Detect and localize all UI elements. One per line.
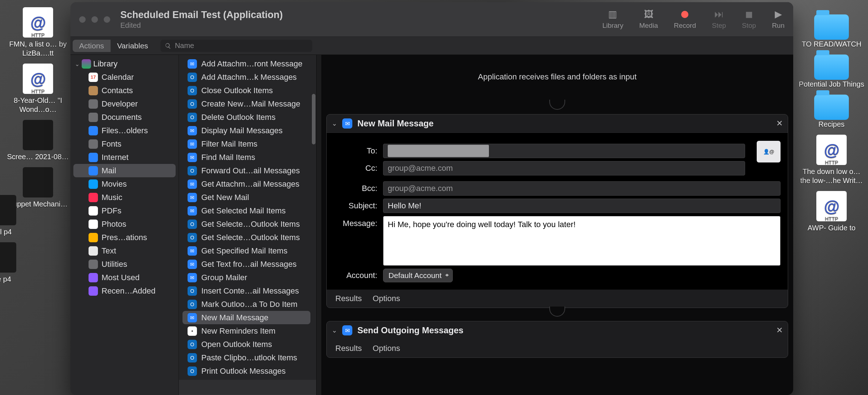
action-item[interactable]: OOpen Outlook Items (182, 338, 310, 351)
library-item-developer[interactable]: Developer (73, 97, 176, 110)
action-item[interactable]: ✉Get Attachm…ail Messages (182, 177, 310, 191)
action-item[interactable]: ✉Find Mail Items (182, 151, 310, 164)
library-item-movies[interactable]: Movies (73, 177, 176, 191)
to-field[interactable] (383, 144, 745, 158)
action-item[interactable]: OGet Selecte…Outlook Items (182, 217, 310, 231)
action-item[interactable]: OGet Selecte…Outlook Items (182, 231, 310, 244)
remove-action-icon[interactable]: ✕ (776, 119, 783, 128)
library-item-mail[interactable]: Mail (73, 164, 176, 177)
action-item[interactable]: OCreate New…Mail Message (182, 97, 310, 110)
workflow-canvas[interactable]: Application receives files and folders a… (321, 55, 793, 395)
action-item[interactable]: ✉Display Mail Messages (182, 124, 310, 137)
tab-variables[interactable]: Variables (111, 40, 155, 52)
close-window-icon[interactable] (79, 16, 86, 23)
message-field[interactable] (383, 216, 781, 266)
desktop-item[interactable]: ute p4 (0, 242, 28, 284)
window-subtitle: Edited (120, 21, 283, 30)
toolbar-media[interactable]: 🖼 Media (639, 9, 658, 30)
dev-icon (89, 99, 98, 109)
library-item-music[interactable]: Music (73, 191, 176, 204)
action-item[interactable]: OPaste Clipbo…utlook Items (182, 351, 310, 364)
action-search-input[interactable] (175, 42, 308, 50)
toolbar-step[interactable]: ⏭ Step (712, 9, 726, 30)
library-item-fonts[interactable]: Fonts (73, 137, 176, 151)
results-button[interactable]: Results (335, 294, 362, 303)
library-item-library[interactable]: ⌄Library (73, 57, 176, 70)
bcc-label: Bcc: (334, 184, 377, 193)
action-item[interactable]: ✉Get Specified Mail Items (182, 244, 310, 257)
zoom-window-icon[interactable] (104, 16, 110, 23)
desktop-item[interactable]: stol p4 (0, 195, 28, 236)
action-item[interactable]: OForward Out…ail Messages (182, 164, 310, 177)
window-controls[interactable] (79, 16, 110, 23)
action-item[interactable]: ✉Get Text fro…ail Messages (182, 257, 310, 271)
recipient-token[interactable] (388, 145, 489, 157)
library-item-utilities[interactable]: Utilities (73, 257, 176, 271)
remove-action-icon[interactable]: ✕ (776, 326, 783, 335)
library-item-photos[interactable]: Photos (73, 217, 176, 231)
action-item-label: Mark Outloo…a To Do Item (201, 300, 297, 309)
bcc-field[interactable] (383, 181, 781, 196)
action-item[interactable]: ✉Get Selected Mail Items (182, 204, 310, 217)
library-sidebar[interactable]: ⌄Library17CalendarContactsDeveloperDocum… (70, 55, 179, 395)
pane-divider[interactable] (316, 55, 321, 395)
library-item-contacts[interactable]: Contacts (73, 84, 176, 97)
library-item-text[interactable]: Text (73, 244, 176, 257)
action-item[interactable]: ✉New Mail Message (182, 311, 310, 324)
options-button[interactable]: Options (373, 344, 400, 353)
library-item-files-olders[interactable]: Files…olders (73, 124, 176, 137)
account-select[interactable]: Default Account (383, 269, 453, 282)
minimize-window-icon[interactable] (91, 16, 98, 23)
library-item-label: PDFs (102, 206, 121, 216)
scrollbar-thumb[interactable] (312, 94, 315, 144)
cc-field[interactable] (383, 161, 745, 175)
action-card-new-mail: ⌄ ✉ New Mail Message ✕ To: Cc: (326, 114, 788, 308)
action-item[interactable]: ✉Filter Mail Items (182, 137, 310, 151)
action-item[interactable]: OClose Outlook Items (182, 84, 310, 97)
options-button[interactable]: Options (373, 294, 400, 303)
pdf-icon (89, 206, 98, 216)
toolbar-record[interactable]: Record (674, 9, 696, 30)
toolbar-run[interactable]: ▶ Run (772, 9, 785, 30)
action-item[interactable]: ODelete Outlook Items (182, 110, 310, 124)
desktop-item[interactable]: Potential Job Things (797, 55, 866, 89)
desktop-item[interactable]: Scree… 2021-08… (4, 120, 72, 161)
action-item[interactable]: OMark Outloo…a To Do Item (182, 298, 310, 311)
desktop-item[interactable]: TO READ/WATCH (797, 14, 866, 49)
action-search[interactable] (160, 40, 312, 52)
action-item[interactable]: OAdd Attachm…k Messages (182, 70, 310, 84)
action-item[interactable]: OInsert Conte…ail Messages (182, 284, 310, 298)
desktop-item[interactable]: Recipes (797, 95, 866, 129)
desktop-item[interactable]: @The down low o… the low-…he Writ… (797, 135, 866, 185)
library-item-internet[interactable]: Internet (73, 151, 176, 164)
tab-actions[interactable]: Actions (73, 40, 111, 52)
actions-list[interactable]: ✉Add Attachm…ront MessageOAdd Attachm…k … (179, 55, 316, 380)
library-item-pdfs[interactable]: PDFs (73, 204, 176, 217)
action-item-label: Get Selected Mail Items (201, 206, 286, 216)
chevron-down-icon[interactable]: ⌄ (332, 326, 337, 334)
contacts-picker-button[interactable]: 👤@ (757, 141, 781, 162)
action-item-label: Display Mail Messages (201, 126, 283, 135)
action-item[interactable]: ✉Get New Mail (182, 191, 310, 204)
desktop-item-label: The down low o… the low-…he Writ… (797, 167, 866, 185)
action-item[interactable]: ✉Group Mailer (182, 271, 310, 284)
results-button[interactable]: Results (335, 344, 362, 353)
desktop-item[interactable]: @FMN, a list o… by LizBa….tt (4, 7, 72, 58)
toolbar-library[interactable]: ▥ Library (602, 9, 623, 30)
action-item[interactable]: OPrint Outlook Messages (182, 364, 310, 378)
subject-field[interactable] (383, 199, 781, 213)
mail-icon (89, 166, 98, 175)
outlook-icon: O (188, 300, 197, 309)
library-item-recen-added[interactable]: Recen…Added (73, 284, 176, 298)
library-item-pres-ations[interactable]: Pres…ations (73, 231, 176, 244)
connector-icon (321, 312, 793, 321)
library-item-most-used[interactable]: Most Used (73, 271, 176, 284)
library-item-documents[interactable]: Documents (73, 110, 176, 124)
desktop-item[interactable]: @8-Year-Old… "I Wond…o… (4, 64, 72, 114)
action-item[interactable]: •New Reminders Item (182, 324, 310, 338)
toolbar-stop[interactable]: ◼ Stop (742, 9, 756, 30)
chevron-down-icon[interactable]: ⌄ (332, 120, 337, 127)
action-item[interactable]: ✉Add Attachm…ront Message (182, 57, 310, 70)
library-item-calendar[interactable]: 17Calendar (73, 70, 176, 84)
desktop-item[interactable]: @AWP- Guide to (797, 191, 866, 233)
